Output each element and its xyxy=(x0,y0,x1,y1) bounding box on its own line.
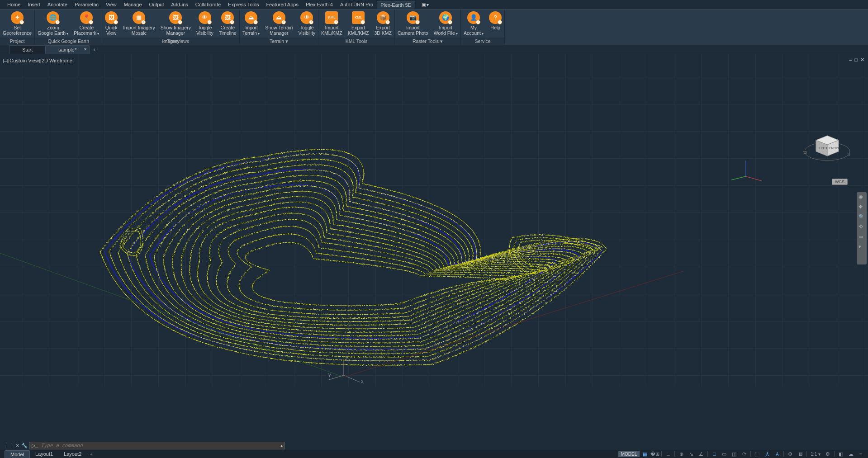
my-account-label: My Account xyxy=(464,25,484,37)
nav-showmotion-icon[interactable]: ▭ xyxy=(859,234,865,240)
status-ann-icon[interactable]: 人 xyxy=(763,450,772,458)
show-terrain-manager[interactable]: ⛰+Show Terrain Manager xyxy=(262,9,295,38)
panel-title[interactable]: Quick Google Earth xyxy=(35,38,102,45)
file-tab-sample[interactable]: sample*✕ xyxy=(45,45,90,54)
status-grid-icon[interactable]: ▦ xyxy=(640,450,650,458)
status-ortho-icon[interactable]: ∟ xyxy=(664,450,673,458)
panel-title[interactable]: KML Tools xyxy=(318,38,394,45)
status-iso-icon[interactable]: ↘ xyxy=(687,450,696,458)
panel-title[interactable]: ∞ TimeviewsImagery xyxy=(102,38,239,45)
layout-tab-layout1[interactable]: Layout1 xyxy=(30,450,58,458)
panel-title[interactable]: Service xyxy=(461,38,504,45)
panel-title[interactable]: Raster Tools ▾ xyxy=(395,38,460,45)
layout-tab-model[interactable]: Model xyxy=(5,450,30,458)
status-track-icon[interactable]: ∠ xyxy=(697,450,706,458)
create-placemark-icon: 📍+ xyxy=(80,11,93,24)
quick-view[interactable]: 🖼+Quick View xyxy=(102,9,120,38)
menu-extra[interactable]: ▣ ▾ xyxy=(418,1,433,9)
command-bar: ⋮⋮✕🔧 ▷_ ▴ xyxy=(0,441,868,450)
status-aut-icon[interactable]: Ａ xyxy=(773,450,782,458)
import-camera-photo-icon: 📷+ xyxy=(407,11,419,24)
view-controls-label[interactable]: [–][Custom View][2D Wireframe] xyxy=(3,58,74,63)
minimize-icon[interactable]: – xyxy=(849,57,852,63)
close-tab-icon[interactable]: ✕ xyxy=(84,47,87,52)
status-sel-icon[interactable]: ⬚ xyxy=(753,450,762,458)
menu-manage[interactable]: Manage xyxy=(120,0,146,9)
export-kml[interactable]: KML+Export KML/KMZ xyxy=(345,9,372,38)
status-cloud-icon[interactable]: ☁ xyxy=(846,450,855,458)
model-badge[interactable]: MODEL xyxy=(618,451,640,457)
nav-zoom-icon[interactable]: 🔍 xyxy=(859,214,865,220)
wcs-badge[interactable]: WCS xyxy=(832,179,848,185)
status-lwt-icon[interactable]: ▭ xyxy=(720,450,729,458)
wrench-icon[interactable]: 🔧 xyxy=(21,443,28,449)
menu-plex-earth-5d[interactable]: Plex-Earth 5D xyxy=(377,1,415,9)
import-kml[interactable]: KML+Import KML/KMZ xyxy=(318,9,345,38)
status-snap-icon[interactable]: �⊞ xyxy=(650,450,659,458)
toggle-visibility-terr[interactable]: 👁+Toggle Visibility xyxy=(295,9,318,38)
nav-orbit-icon[interactable]: ⟲ xyxy=(859,224,865,230)
panel-title[interactable]: Terrain ▾ xyxy=(240,38,318,45)
import-terrain[interactable]: ⛰+Import Terrain xyxy=(240,9,262,38)
view-cube[interactable]: LEFT FRONT W S xyxy=(802,127,852,167)
menu-autoturn-pro[interactable]: AutoTURN Pro xyxy=(337,0,377,9)
cmdbar-handle[interactable]: ⋮⋮✕🔧 xyxy=(2,443,29,449)
help-icon: ?+ xyxy=(489,11,502,24)
zoom-google-earth[interactable]: 🌐+Zoom Google Earth xyxy=(35,9,71,38)
menu-collaborate[interactable]: Collaborate xyxy=(192,0,224,9)
maximize-icon[interactable]: □ xyxy=(854,57,858,63)
import-imagery-mosaic[interactable]: ▦+Import Imagery Mosaic xyxy=(120,9,158,38)
show-imagery-manager[interactable]: 🖼+Show Imagery Manager xyxy=(158,9,194,38)
separator xyxy=(806,451,807,457)
status-ws-icon[interactable]: ⚙ xyxy=(786,450,795,458)
menu-express-tools[interactable]: Express Tools xyxy=(224,0,262,9)
set-georeference[interactable]: ✦+Set Georeference xyxy=(0,9,34,38)
navigation-bar[interactable]: ◉ ✥ 🔍 ⟲ ▭ ▾ xyxy=(857,192,867,264)
menu-annotate[interactable]: Annotate xyxy=(44,0,71,9)
menu-output[interactable]: Output xyxy=(146,0,168,9)
scale-dropdown[interactable]: 1:1 ▾ xyxy=(809,452,822,457)
my-account-icon: 👤+ xyxy=(467,11,480,24)
ucs-icon[interactable]: X Y Z xyxy=(328,357,369,387)
toggle-visibility-img-icon: 👁+ xyxy=(199,11,211,24)
menu-add-ins[interactable]: Add-ins xyxy=(168,0,192,9)
nav-wheel-icon[interactable]: ◉ xyxy=(859,194,865,200)
status-iso2-icon[interactable]: ◧ xyxy=(836,450,845,458)
menu-view[interactable]: View xyxy=(102,0,120,9)
menu-plex-earth-4[interactable]: Plex.Earth 4 xyxy=(302,0,337,9)
import-world-file[interactable]: 🌍+Import World File xyxy=(431,9,460,38)
export-3dkmz[interactable]: 📦+Export 3D KMZ xyxy=(371,9,394,38)
svg-text:FRONT: FRONT xyxy=(829,146,841,150)
add-layout-button[interactable]: + xyxy=(87,450,95,458)
my-account[interactable]: 👤+My Account xyxy=(461,9,486,38)
nav-pan-icon[interactable]: ✥ xyxy=(859,204,865,210)
menu-parametric[interactable]: Parametric xyxy=(71,0,102,9)
command-input[interactable] xyxy=(41,443,278,449)
panel-title[interactable]: Project xyxy=(0,38,34,45)
menu-insert[interactable]: Insert xyxy=(24,0,44,9)
status-gear-icon[interactable]: ⚙ xyxy=(823,450,832,458)
close-cmd-icon[interactable]: ✕ xyxy=(15,443,19,449)
menu-featured-apps[interactable]: Featured Apps xyxy=(262,0,302,9)
import-camera-photo[interactable]: 📷+Import Camera Photo xyxy=(395,9,431,38)
cmd-history-icon[interactable]: ▴ xyxy=(280,443,283,448)
status-monitor-icon[interactable]: 🖥 xyxy=(796,450,805,458)
file-tab-start[interactable]: Start xyxy=(9,45,46,54)
command-input-box[interactable]: ▷_ ▴ xyxy=(29,442,285,449)
create-timeline[interactable]: 🖼+Create Timeline xyxy=(216,9,239,38)
toggle-visibility-img[interactable]: 👁+Toggle Visibility xyxy=(194,9,216,38)
nav-expand-icon[interactable]: ▾ xyxy=(859,244,865,250)
axis-tripod xyxy=(728,158,764,190)
close-icon[interactable]: ✕ xyxy=(860,57,864,63)
drawing-viewport[interactable]: [–][Custom View][2D Wireframe] – □ ✕ xyxy=(0,54,868,387)
help[interactable]: ?+Help xyxy=(486,9,504,38)
status-cyc-icon[interactable]: ⟳ xyxy=(740,450,749,458)
layout-tab-layout2[interactable]: Layout2 xyxy=(58,450,87,458)
status-custom-icon[interactable]: ≡ xyxy=(856,450,865,458)
status-osnap-icon[interactable]: □ xyxy=(710,450,719,458)
status-polar-icon[interactable]: ⊕ xyxy=(677,450,686,458)
create-placemark[interactable]: 📍+Create Placemark xyxy=(71,9,102,38)
status-trans-icon[interactable]: ◫ xyxy=(730,450,739,458)
new-tab-button[interactable]: + xyxy=(89,46,99,54)
menu-home[interactable]: Home xyxy=(4,0,24,9)
